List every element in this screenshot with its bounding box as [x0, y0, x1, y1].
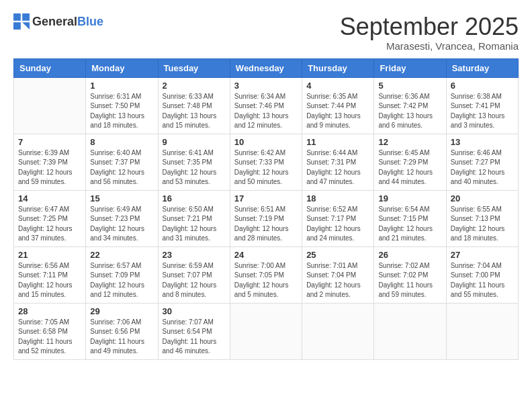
- day-number: 18: [306, 193, 369, 203]
- day-info: Sunrise: 7:00 AMSunset: 7:05 PMDaylight:…: [234, 261, 298, 300]
- day-info: Sunrise: 6:46 AMSunset: 7:27 PMDaylight:…: [451, 148, 514, 187]
- calendar-cell: 12Sunrise: 6:45 AMSunset: 7:29 PMDayligh…: [374, 134, 446, 190]
- day-info: Sunrise: 7:05 AMSunset: 6:58 PMDaylight:…: [18, 318, 81, 357]
- day-number: 15: [90, 193, 153, 203]
- calendar-cell: [302, 303, 374, 359]
- calendar-cell: 13Sunrise: 6:46 AMSunset: 7:27 PMDayligh…: [446, 134, 518, 190]
- day-number: 14: [18, 193, 81, 203]
- day-number: 23: [163, 250, 226, 260]
- day-number: 10: [234, 137, 298, 147]
- calendar-cell: 14Sunrise: 6:47 AMSunset: 7:25 PMDayligh…: [14, 190, 86, 246]
- day-info: Sunrise: 6:54 AMSunset: 7:15 PMDaylight:…: [378, 205, 441, 244]
- day-info: Sunrise: 6:41 AMSunset: 7:35 PMDaylight:…: [163, 148, 226, 187]
- svg-rect-0: [13, 13, 21, 21]
- calendar-cell: 2Sunrise: 6:33 AMSunset: 7:48 PMDaylight…: [158, 77, 230, 134]
- day-info: Sunrise: 6:59 AMSunset: 7:07 PMDaylight:…: [163, 261, 226, 300]
- svg-rect-1: [22, 13, 30, 21]
- day-info: Sunrise: 7:02 AMSunset: 7:02 PMDaylight:…: [378, 261, 441, 300]
- calendar-cell: 23Sunrise: 6:59 AMSunset: 7:07 PMDayligh…: [158, 246, 230, 303]
- day-info: Sunrise: 7:07 AMSunset: 6:54 PMDaylight:…: [163, 318, 226, 357]
- calendar-cell: 30Sunrise: 7:07 AMSunset: 6:54 PMDayligh…: [158, 303, 230, 359]
- day-number: 24: [234, 250, 298, 260]
- calendar-cell: 10Sunrise: 6:42 AMSunset: 7:33 PMDayligh…: [230, 134, 302, 190]
- calendar-cell: 27Sunrise: 7:04 AMSunset: 7:00 PMDayligh…: [446, 246, 518, 303]
- day-info: Sunrise: 7:06 AMSunset: 6:56 PMDaylight:…: [90, 318, 153, 357]
- calendar-week-row: 21Sunrise: 6:56 AMSunset: 7:11 PMDayligh…: [14, 246, 519, 303]
- day-number: 5: [378, 81, 441, 91]
- logo-blue: Blue: [77, 15, 103, 28]
- calendar-cell: 16Sunrise: 6:50 AMSunset: 7:21 PMDayligh…: [158, 190, 230, 246]
- calendar-cell: 20Sunrise: 6:55 AMSunset: 7:13 PMDayligh…: [446, 190, 518, 246]
- day-number: 21: [18, 250, 81, 260]
- logo-icon: [13, 13, 30, 30]
- calendar-header-row: SundayMondayTuesdayWednesdayThursdayFrid…: [14, 58, 519, 77]
- day-number: 11: [306, 137, 369, 147]
- location-title: Marasesti, Vrancea, Romania: [340, 40, 519, 52]
- calendar-cell: 18Sunrise: 6:52 AMSunset: 7:17 PMDayligh…: [302, 190, 374, 246]
- day-info: Sunrise: 6:55 AMSunset: 7:13 PMDaylight:…: [451, 205, 514, 244]
- svg-rect-2: [13, 22, 21, 30]
- day-number: 22: [90, 250, 153, 260]
- day-number: 9: [163, 137, 226, 147]
- calendar-week-row: 28Sunrise: 7:05 AMSunset: 6:58 PMDayligh…: [14, 303, 519, 359]
- day-number: 8: [90, 137, 153, 147]
- calendar-cell: 21Sunrise: 6:56 AMSunset: 7:11 PMDayligh…: [14, 246, 86, 303]
- day-info: Sunrise: 6:49 AMSunset: 7:23 PMDaylight:…: [90, 205, 153, 244]
- calendar-cell: [446, 303, 518, 359]
- day-number: 6: [451, 81, 514, 91]
- column-header-sunday: Sunday: [14, 58, 86, 77]
- day-number: 29: [90, 306, 153, 316]
- day-number: 30: [163, 306, 226, 316]
- day-number: 12: [378, 137, 441, 147]
- logo-general: General: [32, 15, 77, 28]
- day-info: Sunrise: 6:36 AMSunset: 7:42 PMDaylight:…: [378, 92, 441, 131]
- day-info: Sunrise: 6:34 AMSunset: 7:46 PMDaylight:…: [234, 92, 298, 131]
- day-number: 20: [451, 193, 514, 203]
- calendar-cell: 3Sunrise: 6:34 AMSunset: 7:46 PMDaylight…: [230, 77, 302, 134]
- day-info: Sunrise: 6:44 AMSunset: 7:31 PMDaylight:…: [306, 148, 369, 187]
- day-info: Sunrise: 6:52 AMSunset: 7:17 PMDaylight:…: [306, 205, 369, 244]
- calendar-cell: 5Sunrise: 6:36 AMSunset: 7:42 PMDaylight…: [374, 77, 446, 134]
- calendar-cell: 1Sunrise: 6:31 AMSunset: 7:50 PMDaylight…: [86, 77, 158, 134]
- day-info: Sunrise: 6:57 AMSunset: 7:09 PMDaylight:…: [90, 261, 153, 300]
- calendar-cell: 4Sunrise: 6:35 AMSunset: 7:44 PMDaylight…: [302, 77, 374, 134]
- column-header-monday: Monday: [86, 58, 158, 77]
- calendar-cell: [374, 303, 446, 359]
- calendar-cell: 28Sunrise: 7:05 AMSunset: 6:58 PMDayligh…: [14, 303, 86, 359]
- column-header-saturday: Saturday: [446, 58, 518, 77]
- calendar-cell: 22Sunrise: 6:57 AMSunset: 7:09 PMDayligh…: [86, 246, 158, 303]
- day-info: Sunrise: 6:31 AMSunset: 7:50 PMDaylight:…: [90, 92, 153, 131]
- calendar-cell: 26Sunrise: 7:02 AMSunset: 7:02 PMDayligh…: [374, 246, 446, 303]
- calendar-cell: 17Sunrise: 6:51 AMSunset: 7:19 PMDayligh…: [230, 190, 302, 246]
- day-number: 1: [90, 81, 153, 91]
- calendar-table: SundayMondayTuesdayWednesdayThursdayFrid…: [13, 58, 519, 360]
- day-number: 28: [18, 306, 81, 316]
- day-info: Sunrise: 6:51 AMSunset: 7:19 PMDaylight:…: [234, 205, 298, 244]
- day-number: 26: [378, 250, 441, 260]
- day-info: Sunrise: 6:45 AMSunset: 7:29 PMDaylight:…: [378, 148, 441, 187]
- calendar-cell: 8Sunrise: 6:40 AMSunset: 7:37 PMDaylight…: [86, 134, 158, 190]
- day-info: Sunrise: 6:40 AMSunset: 7:37 PMDaylight:…: [90, 148, 153, 187]
- calendar-week-row: 14Sunrise: 6:47 AMSunset: 7:25 PMDayligh…: [14, 190, 519, 246]
- day-number: 17: [234, 193, 298, 203]
- day-info: Sunrise: 6:50 AMSunset: 7:21 PMDaylight:…: [163, 205, 226, 244]
- day-number: 13: [451, 137, 514, 147]
- day-number: 4: [306, 81, 369, 91]
- day-number: 3: [234, 81, 298, 91]
- page-header: GeneralBlue September 2025 Marasesti, Vr…: [13, 13, 519, 52]
- calendar-cell: 9Sunrise: 6:41 AMSunset: 7:35 PMDaylight…: [158, 134, 230, 190]
- day-info: Sunrise: 7:04 AMSunset: 7:00 PMDaylight:…: [451, 261, 514, 300]
- calendar-cell: 6Sunrise: 6:38 AMSunset: 7:41 PMDaylight…: [446, 77, 518, 134]
- day-number: 25: [306, 250, 369, 260]
- month-title: September 2025: [340, 13, 519, 40]
- calendar-cell: 15Sunrise: 6:49 AMSunset: 7:23 PMDayligh…: [86, 190, 158, 246]
- svg-marker-3: [22, 22, 30, 30]
- title-block: September 2025 Marasesti, Vrancea, Roman…: [340, 13, 519, 52]
- day-info: Sunrise: 6:56 AMSunset: 7:11 PMDaylight:…: [18, 261, 81, 300]
- column-header-tuesday: Tuesday: [158, 58, 230, 77]
- day-number: 27: [451, 250, 514, 260]
- day-number: 16: [163, 193, 226, 203]
- day-number: 2: [163, 81, 226, 91]
- column-header-friday: Friday: [374, 58, 446, 77]
- calendar-cell: 24Sunrise: 7:00 AMSunset: 7:05 PMDayligh…: [230, 246, 302, 303]
